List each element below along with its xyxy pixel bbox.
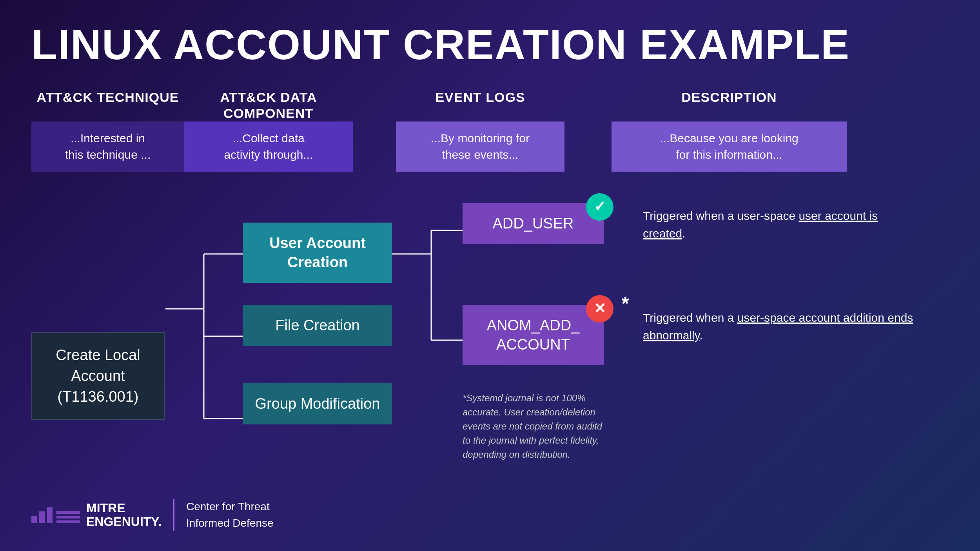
intro-events: ...By monitoring forthese events... <box>396 121 564 172</box>
intro-row: ...Interested inthis technique ... ...Co… <box>31 121 949 172</box>
bar1 <box>31 516 37 523</box>
desc-add-user: Triggered when a user-space user account… <box>643 203 917 246</box>
col-header-technique: ATT&CK TECHNIQUE <box>31 89 184 121</box>
footnote: *Systemd journal is not 100% accurate. U… <box>463 391 612 462</box>
component-user-account-creation: User AccountCreation <box>243 223 392 283</box>
desc-anom-link: user-space account addition ends abnorma… <box>643 311 913 342</box>
desc-add-user-link: user account is created <box>643 209 878 240</box>
desc-anom: Triggered when a user-space account addi… <box>643 305 917 348</box>
event-anom-add-account: ANOM_ADD_ACCOUNT ✕ * <box>463 305 604 366</box>
diagram-area: Create LocalAccount(T1136.001) User Acco… <box>31 191 949 481</box>
page-title: LINUX ACCOUNT CREATION EXAMPLE <box>31 24 949 66</box>
column-headers: ATT&CK TECHNIQUE ATT&CK DATACOMPONENT EV… <box>31 89 949 121</box>
footer-center: Center for Threat Informed Defense <box>186 498 274 531</box>
asterisk-badge: * <box>622 291 629 317</box>
intro-technique: ...Interested inthis technique ... <box>31 121 184 172</box>
intro-description: ...Because you are lookingfor this infor… <box>612 121 847 172</box>
col-header-description: DESCRIPTION <box>612 89 847 121</box>
footer: MITRE ENGENUITY. Center for Threat Infor… <box>31 498 274 531</box>
footer-mitre: MITRE <box>86 501 162 515</box>
check-badge-add-user: ✓ <box>586 193 613 221</box>
main-container: LINUX ACCOUNT CREATION EXAMPLE ATT&CK TE… <box>0 0 980 551</box>
bar3 <box>47 507 53 523</box>
component-group-modification: Group Modification <box>243 383 392 424</box>
intro-component: ...Collect dataactivity through... <box>184 121 353 172</box>
bar2 <box>39 511 45 523</box>
event-add-user: ADD_USER ✓ <box>463 203 604 244</box>
component-file-creation: File Creation <box>243 305 392 346</box>
footer-engenuity: ENGENUITY. <box>86 515 162 529</box>
technique-box: Create LocalAccount(T1136.001) <box>31 332 165 420</box>
x-badge-anom: ✕ <box>586 295 613 323</box>
footer-logo-area: MITRE ENGENUITY. <box>31 501 162 529</box>
footer-brand: MITRE ENGENUITY. <box>86 501 162 529</box>
col-header-component: ATT&CK DATACOMPONENT <box>184 89 353 121</box>
footer-bars <box>31 507 80 523</box>
col-header-events: EVENT LOGS <box>396 89 564 121</box>
footer-lines <box>56 511 80 523</box>
footer-divider <box>173 499 174 531</box>
